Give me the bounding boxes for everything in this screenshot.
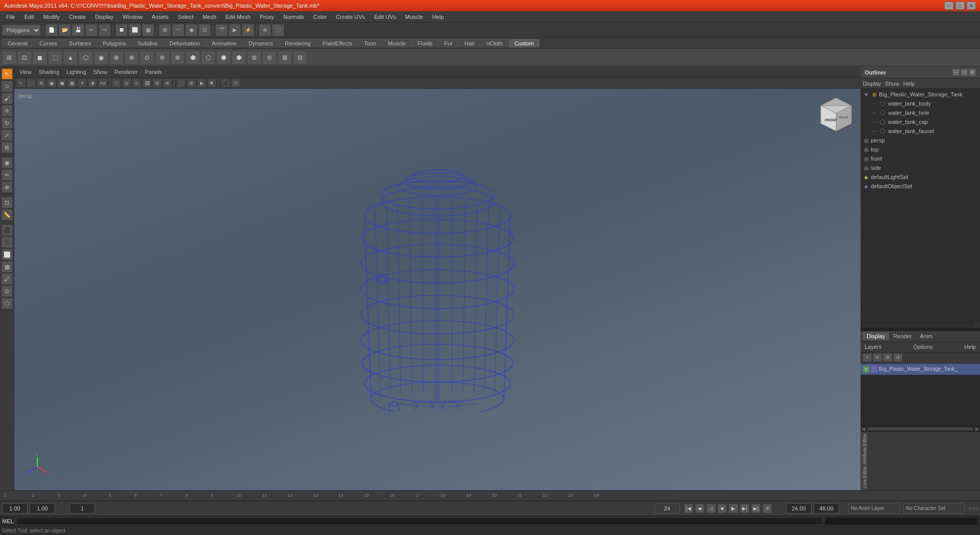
outliner-maximize-btn[interactable]: □ [961,69,968,76]
snap-view-btn[interactable]: ⊡ [199,24,211,36]
layers-menu-layers[interactable]: Layers [863,344,884,350]
menu-proxy[interactable]: Proxy [256,13,278,21]
vp-wireframe-icon[interactable]: ⊞ [37,79,46,88]
shelf-tab-dynamics[interactable]: Dynamics [243,39,279,47]
vp-menu-renderer[interactable]: Renderer [111,68,141,76]
outliner-menu-show[interactable]: Show [885,81,899,87]
paint-skin-btn[interactable]: ⊙ [2,286,13,297]
shelf-tab-rendering[interactable]: Rendering [279,39,316,47]
minimize-button[interactable]: ─ [944,2,953,10]
shelf-icon-18[interactable]: ⊝ [262,50,277,65]
tab-render[interactable]: Render [889,332,916,340]
outliner-minimize-btn[interactable]: ─ [952,69,960,76]
vp-lighting-icon[interactable]: ☀ [78,79,87,88]
play-fwd-btn[interactable]: ▶ [729,504,738,513]
menu-color[interactable]: Color [309,13,331,21]
lasso-select-btn[interactable]: ⊃ [2,81,13,92]
end-frame-field[interactable]: 24.00 [786,503,812,514]
shelf-tab-custom[interactable]: Custom [509,39,540,47]
xray-btn[interactable]: ⬜ [2,249,13,260]
layers-menu-options[interactable]: Options [911,344,935,350]
view-cube[interactable]: FRONT RIGHT [816,93,856,134]
outliner-item-top[interactable]: ◎ top [861,145,980,154]
shelf-tab-painteffects[interactable]: PaintEffects [317,39,358,47]
vp-select-icon[interactable]: ↖ [16,79,26,88]
menu-edit[interactable]: Edit [20,13,38,21]
snap-curve-btn[interactable]: 〰 [172,24,184,36]
vp-aa-icon[interactable]: Aa [98,79,107,88]
shelf-tab-fur[interactable]: Fur [438,39,458,47]
shelf-icon-17[interactable]: ⊜ [247,50,261,65]
vp-shadows-icon[interactable]: ◑ [88,79,97,88]
play-back-btn[interactable]: ◁ [706,504,716,513]
shelf-icon-20[interactable]: ⊟ [293,50,307,65]
menu-edit-mesh[interactable]: Edit Mesh [222,13,255,21]
shelf-tab-muscle[interactable]: Muscle [382,39,411,47]
select-by-component-btn[interactable]: ▦ [142,24,154,36]
outliner-h-scrollbar[interactable] [861,322,974,328]
menu-help[interactable]: Help [428,13,448,21]
vp-menu-show[interactable]: Show [90,68,111,76]
vp-origin-icon[interactable]: ⊞ [187,79,196,88]
shelf-icon-5[interactable]: ▲ [63,50,78,65]
shelf-tab-hair[interactable]: Hair [459,39,480,47]
end-frame-display[interactable]: 24 [654,503,680,514]
new-layer-btn[interactable]: + [863,353,872,362]
layer-attr-btn[interactable]: ⚙ [883,353,892,362]
cmd-input-field[interactable] [16,517,823,525]
char-set-dropdown[interactable]: No Character Set [903,503,965,514]
menu-create-uvs[interactable]: Create UVs [332,13,369,21]
shelf-tab-polygons[interactable]: Polygons [97,39,131,47]
vp-menu-view[interactable]: View [16,68,35,76]
vp-bookmark-icon[interactable]: ⬛ [221,79,230,88]
tab-display[interactable]: Display [863,332,889,340]
outliner-item-front[interactable]: ◎ front [861,154,980,163]
mode-dropdown[interactable]: Polygons [2,24,41,36]
save-scene-btn[interactable]: 💾 [72,24,84,36]
undo-btn[interactable]: ↩ [85,24,97,36]
layer-refresh-btn[interactable]: ↺ [893,353,902,362]
shelf-tab-ncloth[interactable]: nCloth [481,39,508,47]
shelf-icon-4[interactable]: ⬚ [48,50,62,65]
input-line-btn[interactable]: ⬚ [272,24,284,36]
outliner-item-body[interactable]: ─ water_tank_body [861,99,980,108]
select-by-object-btn[interactable]: ⬜ [129,24,141,36]
layer-scrollbar[interactable]: ◀ ▶ [861,426,980,432]
shelf-tab-subdivs[interactable]: Subdivs [132,39,163,47]
vp-joint-xray-icon[interactable]: ◎ [122,79,131,88]
subdiv-proxy-btn[interactable]: ▦ [2,261,13,272]
soft-mod-btn[interactable]: ◉ [2,157,13,168]
stop-btn[interactable]: ■ [718,504,727,513]
menu-window[interactable]: Window [118,13,146,21]
shelf-tab-deformation[interactable]: Deformation [164,39,206,47]
shelf-icon-16[interactable]: ⬢ [232,50,246,65]
start-frame-field[interactable]: 1.00 [2,503,28,514]
universal-manip-btn[interactable]: ⊞ [2,142,13,153]
menu-assets[interactable]: Assets [148,13,173,21]
shelf-icon-9[interactable]: ⊗ [125,50,139,65]
outliner-item-hole[interactable]: ─ water_tank_hole [861,108,980,117]
current-frame-display[interactable]: 1 [69,503,95,514]
vp-resolution-icon[interactable]: ⬚ [177,79,186,88]
outliner-item-objset[interactable]: ◈ defaultObjectSet [861,182,980,191]
select-by-hierarchy-btn[interactable]: 🔲 [115,24,128,36]
viewport-3d[interactable]: .wire { stroke: #3040c8; fill: none; str… [14,89,861,490]
shelf-icon-3[interactable]: ◼ [33,50,47,65]
outliner-item-persp[interactable]: ◎ persp [861,136,980,145]
show-manipulator-btn[interactable]: ⊕ [259,24,271,36]
close-button[interactable]: ✕ [967,2,976,10]
paint-weights-btn[interactable]: 🖊 [2,273,13,285]
layer-type-indicator[interactable] [871,366,878,373]
scale-tool-btn[interactable]: ⤢ [2,130,13,141]
menu-file[interactable]: File [2,13,19,21]
vp-textured-icon[interactable]: ▦ [67,79,77,88]
vp-menu-shading[interactable]: Shading [36,68,62,76]
current-frame-left[interactable]: 1.00 [30,503,55,514]
shelf-icon-15[interactable]: ⬣ [216,50,231,65]
menu-display[interactable]: Display [91,13,117,21]
outliner-item-cap[interactable]: ─ water_tank_cap [861,117,980,126]
outliner-menu-help[interactable]: Help [903,81,915,87]
shelf-icon-1[interactable]: ⊞ [2,50,16,65]
tab-anim[interactable]: Anim [916,332,937,340]
shelf-icon-11[interactable]: ⊚ [155,50,169,65]
